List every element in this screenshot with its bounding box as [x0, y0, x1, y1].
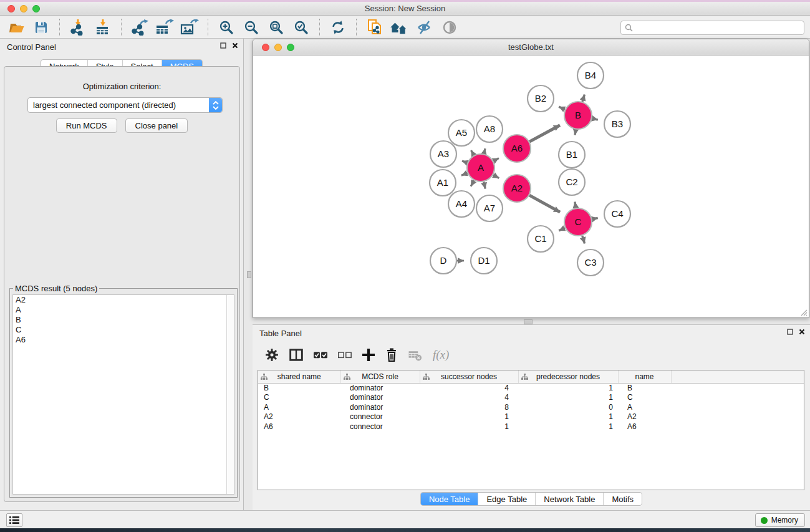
table-cell[interactable]: 1 — [420, 412, 518, 422]
horizontal-splitter-handle[interactable] — [524, 319, 533, 324]
graph-edge-C-C1[interactable] — [559, 228, 565, 231]
graph-edge-A-A1[interactable] — [461, 173, 468, 175]
graph-edge-A-A7[interactable] — [484, 182, 486, 189]
close-panel-button[interactable]: Close panel — [125, 118, 188, 133]
table-cell[interactable]: 8 — [420, 403, 518, 413]
zoom-out-button[interactable] — [241, 17, 262, 37]
graph-node-B3[interactable]: B3 — [604, 111, 630, 137]
export-image-button[interactable] — [179, 17, 200, 37]
graph-edge-C-C4[interactable] — [592, 218, 598, 220]
table-cell[interactable]: A6 — [258, 422, 340, 432]
column-header-successor-nodes[interactable]: successor nodes — [420, 370, 518, 383]
graph-node-C1[interactable]: C1 — [528, 226, 554, 252]
graph-node-A1[interactable]: A1 — [430, 170, 456, 196]
graph-node-A5[interactable]: A5 — [448, 120, 475, 146]
zoom-selected-button[interactable] — [291, 17, 312, 37]
table-cell[interactable]: B — [258, 383, 340, 393]
graph-edge-B-B3[interactable] — [592, 118, 598, 120]
tab-node-table[interactable]: Node Table — [421, 493, 478, 505]
network-canvas[interactable]: B4B2BB3A5A8A6B1A3AA1C2A2A4A7C4CC1C3DD1 — [253, 56, 809, 317]
graph-node-B4[interactable]: B4 — [577, 62, 604, 89]
close-panel-icon[interactable] — [232, 42, 238, 49]
import-network-button[interactable] — [67, 17, 89, 37]
graph-node-A4[interactable]: A4 — [448, 191, 475, 217]
show-columns-button[interactable] — [289, 349, 303, 361]
table-cell[interactable]: A — [258, 403, 340, 413]
graph-node-D[interactable]: D — [430, 248, 456, 274]
vertical-splitter-handle[interactable] — [247, 271, 251, 278]
graph-node-B2[interactable]: B2 — [528, 85, 554, 112]
table-row-a6[interactable]: A6connector11A6 — [258, 422, 804, 432]
graph-edge-A-A8[interactable] — [484, 148, 485, 153]
column-header-name[interactable]: name — [618, 370, 671, 383]
graph-node-D1[interactable]: D1 — [471, 248, 497, 274]
search-input[interactable] — [636, 24, 800, 32]
scrollbar-track[interactable] — [226, 295, 234, 494]
close-panel-icon[interactable] — [799, 329, 805, 335]
open-session-button[interactable] — [6, 17, 27, 37]
tab-motifs[interactable]: Motifs — [603, 493, 642, 505]
table-cell[interactable]: 1 — [518, 422, 618, 432]
table-cell[interactable]: A6 — [618, 422, 671, 432]
graph-node-A8[interactable]: A8 — [476, 116, 503, 142]
result-item-c[interactable]: C — [13, 325, 234, 335]
result-item-a[interactable]: A — [13, 305, 234, 315]
table-cell[interactable]: 1 — [518, 383, 618, 393]
delete-table-button[interactable] — [408, 349, 422, 361]
delete-columns-button[interactable] — [385, 348, 398, 362]
graph-edge-B-B2[interactable] — [559, 107, 565, 110]
graph-node-C[interactable]: C — [564, 208, 592, 236]
table-cell[interactable]: A2 — [618, 412, 671, 422]
duplicate-network-button[interactable] — [364, 17, 385, 37]
graph-node-C3[interactable]: C3 — [577, 249, 604, 276]
table-cell[interactable]: 4 — [420, 393, 518, 403]
table-cell[interactable]: connector — [340, 412, 420, 422]
graph-edge-A-A3[interactable] — [462, 161, 467, 163]
table-cell[interactable]: 1 — [420, 422, 518, 432]
graph-edge-C-C3[interactable] — [582, 236, 585, 243]
tab-edge-table[interactable]: Edge Table — [478, 493, 535, 505]
tab-network-table[interactable]: Network Table — [535, 493, 603, 505]
graph-edge-A-A2[interactable] — [493, 175, 499, 178]
graph-node-C2[interactable]: C2 — [559, 169, 585, 195]
column-header-mcds-role[interactable]: MCDS role — [340, 370, 420, 383]
run-mcds-button[interactable]: Run MCDS — [56, 118, 117, 133]
column-header-predecessor-nodes[interactable]: predecessor nodes — [518, 370, 618, 383]
task-history-button[interactable] — [6, 513, 22, 527]
graph-node-B[interactable]: B — [564, 102, 592, 129]
result-item-a6[interactable]: A6 — [13, 335, 234, 345]
graph-edge-B-B4[interactable] — [582, 95, 585, 102]
graph-node-A3[interactable]: A3 — [430, 141, 456, 167]
graph-edge-A-A4[interactable] — [471, 180, 474, 186]
table-row-a[interactable]: Adominator80A — [258, 403, 804, 413]
graph-edge-A-A6[interactable] — [493, 158, 499, 162]
float-panel-icon[interactable] — [787, 329, 793, 335]
contrast-eye-button[interactable] — [439, 17, 460, 37]
table-cell[interactable]: 1 — [518, 393, 618, 403]
table-cell[interactable]: A — [618, 403, 671, 413]
graph-edge-B-B1[interactable] — [575, 130, 576, 135]
table-row-c[interactable]: Cdominator41C — [258, 393, 804, 403]
graph-edge-C-C2[interactable] — [575, 202, 576, 208]
float-panel-icon[interactable] — [220, 42, 226, 49]
refresh-button[interactable] — [327, 17, 349, 37]
function-builder-button[interactable]: f(x) — [433, 348, 449, 362]
graph-node-A6[interactable]: A6 — [503, 135, 531, 162]
table-cell[interactable]: 1 — [518, 412, 618, 422]
add-column-button[interactable] — [362, 349, 375, 361]
table-cell[interactable]: dominator — [340, 403, 420, 413]
table-cell[interactable]: dominator — [340, 393, 420, 403]
export-network-button[interactable] — [129, 17, 150, 37]
unselect-all-columns-button[interactable] — [338, 352, 352, 359]
result-item-b[interactable]: B — [13, 315, 234, 325]
table-cell[interactable]: A2 — [258, 412, 340, 422]
select-all-columns-button[interactable] — [314, 352, 327, 359]
table-row-a2[interactable]: A2connector11A2 — [258, 412, 804, 422]
table-row-b[interactable]: Bdominator41B — [258, 383, 804, 393]
resize-grip-icon[interactable] — [799, 307, 808, 316]
table-cell[interactable]: C — [618, 393, 671, 403]
export-table-button[interactable] — [154, 17, 175, 37]
import-table-button[interactable] — [92, 17, 113, 37]
table-cell[interactable]: C — [258, 393, 340, 403]
zoom-fit-button[interactable] — [266, 17, 287, 37]
